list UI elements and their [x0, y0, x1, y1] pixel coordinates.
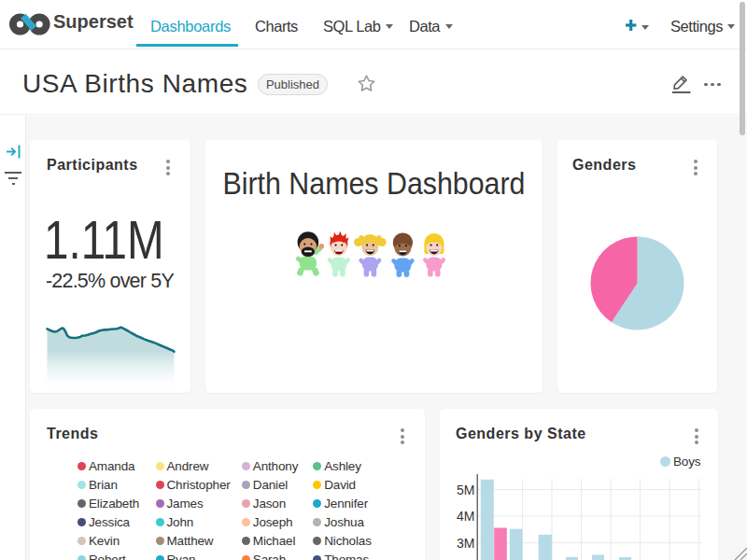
- svg-text:3M: 3M: [457, 536, 474, 551]
- svg-text:4M: 4M: [457, 509, 474, 524]
- svg-text:5M: 5M: [457, 483, 474, 497]
